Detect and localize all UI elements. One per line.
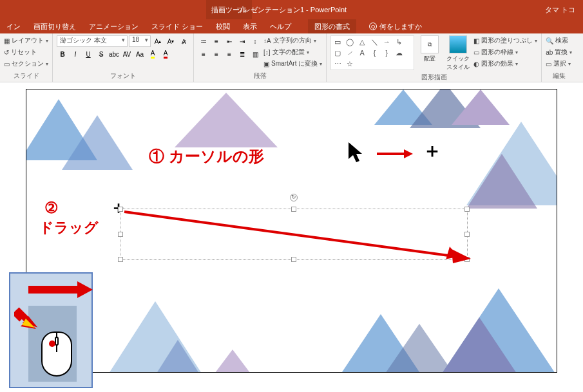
line-spacing-button[interactable]: ↕	[249, 35, 261, 47]
align-left-button[interactable]: ≡	[198, 48, 209, 60]
effects-icon: ◐	[473, 61, 479, 68]
align-right-button[interactable]: ≡	[224, 48, 235, 60]
fill-icon: ◧	[473, 37, 479, 44]
bold-button[interactable]: B	[57, 48, 68, 60]
italic-button[interactable]: I	[70, 48, 81, 60]
triangle-decoration	[62, 115, 133, 170]
clear-formatting-button[interactable]: A̷	[178, 35, 189, 47]
svg-line-2	[124, 212, 458, 257]
shape-connector-icon[interactable]: ↳	[394, 37, 404, 46]
triangle-decoration	[213, 350, 252, 373]
justify-button[interactable]: ≣	[236, 48, 248, 60]
reset-button[interactable]: ↺リセット	[4, 47, 48, 57]
text-direction-button[interactable]: ↕A文字列の方向▾	[263, 35, 322, 46]
font-color-button[interactable]: A	[160, 48, 171, 60]
user-name[interactable]: タマ トコ	[545, 5, 575, 15]
select-button[interactable]: ▭選択▾	[546, 59, 572, 69]
quick-styles-icon	[449, 35, 467, 53]
shape-star-icon[interactable]: ☆	[345, 59, 355, 68]
layout-icon: ▦	[4, 37, 10, 44]
group-font: 游ゴシック 本文 18 A▴ A▾ A̷ B I U S abc AV Aa	[53, 33, 194, 82]
triangle-decoration	[441, 317, 518, 373]
slide-area[interactable]: ① カーソルの形 ＋ ② ドラッグ ＋	[19, 82, 564, 379]
group-paragraph: ≔ ≡ ⇤ ⇥ ↕ ≡ ≡ ≡ ≣ ▥ ↕A文字列の方向▾	[194, 33, 327, 82]
shape-rect2-icon[interactable]: ▢	[332, 48, 343, 57]
shape-freeform-icon[interactable]: ⟋	[345, 48, 355, 57]
document-title: プレゼンテーション1 - PowerPoint	[236, 5, 347, 15]
columns-button[interactable]: ▥	[249, 48, 261, 60]
drag-arrow-icon	[123, 210, 477, 265]
find-button[interactable]: 🔍検索	[546, 35, 572, 46]
change-case-button[interactable]: Aa	[134, 48, 146, 60]
group-slide: ▦レイアウト▾ ↺リセット ▭セクション▾ スライド	[0, 33, 53, 82]
resize-handle-w[interactable]	[118, 232, 123, 237]
tell-me-search[interactable]: Q 何をしますか	[369, 22, 422, 32]
ribbon-tabs: イン 画面切り替え アニメーション スライド ショー 校閲 表示 ヘルプ 図形の…	[0, 19, 583, 33]
strikethrough-button[interactable]: S	[95, 48, 107, 60]
mouse-icon	[41, 331, 72, 377]
svg-rect-5	[28, 286, 77, 294]
shape-outline-button[interactable]: ▭図形の枠線▾	[473, 47, 537, 57]
replace-button[interactable]: ab置換▾	[546, 47, 572, 57]
smartart-convert-button[interactable]: ▣SmartArt に変換▾	[263, 59, 322, 69]
shapes-gallery[interactable]: ▭ ◯ △ ＼ → ↳ ▢ ⟋ A { } ☁ ⋯ ☆	[330, 35, 414, 70]
shape-textbox-icon[interactable]: A	[357, 48, 367, 57]
increase-font-button[interactable]: A▴	[152, 35, 164, 47]
resize-handle-sw[interactable]	[118, 257, 123, 262]
shape-triangle-icon[interactable]: △	[357, 37, 367, 46]
layout-button[interactable]: ▦レイアウト▾	[4, 35, 48, 46]
shape-line-icon[interactable]: ＼	[369, 37, 379, 46]
smartart-icon: ▣	[263, 61, 269, 68]
font-size-selector[interactable]: 18	[129, 35, 151, 47]
align-text-button[interactable]: [↕]文字の配置▾	[263, 47, 322, 57]
group-slide-label: スライド	[4, 71, 48, 80]
powerpoint-window: 描画ツール プレゼンテーション1 - PowerPoint タマ トコ イン 画…	[0, 0, 583, 392]
group-font-label: フォント	[57, 71, 189, 80]
tab-transitions[interactable]: 画面切り替え	[27, 19, 82, 33]
font-name-selector[interactable]: 游ゴシック 本文	[57, 35, 128, 47]
crosshair-cursor-icon: ＋	[423, 141, 442, 160]
tab-shape-format[interactable]: 図形の書式	[308, 19, 356, 33]
shape-rect-icon[interactable]: ▭	[332, 37, 343, 46]
tab-review[interactable]: 校閲	[209, 19, 236, 33]
shape-effects-button[interactable]: ◐図形の効果▾	[473, 59, 537, 69]
tab-animations[interactable]: アニメーション	[82, 19, 145, 33]
tab-slideshow[interactable]: スライド ショー	[145, 19, 209, 33]
mouse-left-click-icon	[49, 341, 55, 347]
shape-cloud-icon[interactable]: ☁	[394, 48, 404, 57]
triangle-decoration	[466, 154, 537, 209]
shape-ellipse-icon[interactable]: ◯	[345, 37, 355, 46]
font-highlight-button[interactable]: A	[147, 48, 158, 60]
shape-arrow-icon[interactable]: →	[381, 37, 392, 46]
underline-button[interactable]: U	[82, 48, 94, 60]
svg-marker-4	[452, 249, 471, 263]
shape-brace-icon[interactable]: {	[369, 48, 379, 57]
section-button[interactable]: ▭セクション▾	[4, 59, 48, 69]
group-editing: 🔍検索 ab置換▾ ▭選択▾ 編集	[542, 33, 576, 82]
shape-more-icon[interactable]: ⋯	[332, 59, 343, 68]
arrange-button[interactable]: ⧉ 配置	[417, 35, 443, 63]
decrease-font-button[interactable]: A▾	[165, 35, 177, 47]
shape-fill-button[interactable]: ◧図形の塗りつぶし▾	[473, 35, 537, 46]
increase-indent-button[interactable]: ⇥	[236, 35, 248, 47]
tab-view[interactable]: 表示	[236, 19, 263, 33]
quick-styles-button[interactable]: クイック スタイル	[445, 35, 471, 71]
numbering-button[interactable]: ≡	[211, 35, 222, 47]
tab-design[interactable]: イン	[0, 19, 27, 33]
tab-help[interactable]: ヘルプ	[263, 19, 298, 33]
text-direction-icon: ↕A	[263, 37, 271, 44]
inset-click-arrow-icon	[14, 307, 40, 333]
align-center-button[interactable]: ≡	[211, 48, 222, 60]
bullets-button[interactable]: ≔	[198, 35, 209, 47]
arrow-cursor-icon	[347, 141, 365, 164]
decrease-indent-button[interactable]: ⇤	[224, 35, 235, 47]
resize-handle-nw[interactable]	[118, 207, 123, 212]
shape-brace2-icon[interactable]: }	[381, 48, 392, 57]
annotation-arrow-icon	[374, 147, 413, 160]
rotate-handle[interactable]	[290, 194, 298, 201]
slide-canvas[interactable]: ① カーソルの形 ＋ ② ドラッグ ＋	[26, 89, 557, 373]
text-shadow-button[interactable]: abc	[108, 48, 120, 60]
arrange-icon: ⧉	[421, 35, 439, 53]
section-icon: ▭	[4, 61, 10, 68]
char-spacing-button[interactable]: AV	[121, 48, 133, 60]
